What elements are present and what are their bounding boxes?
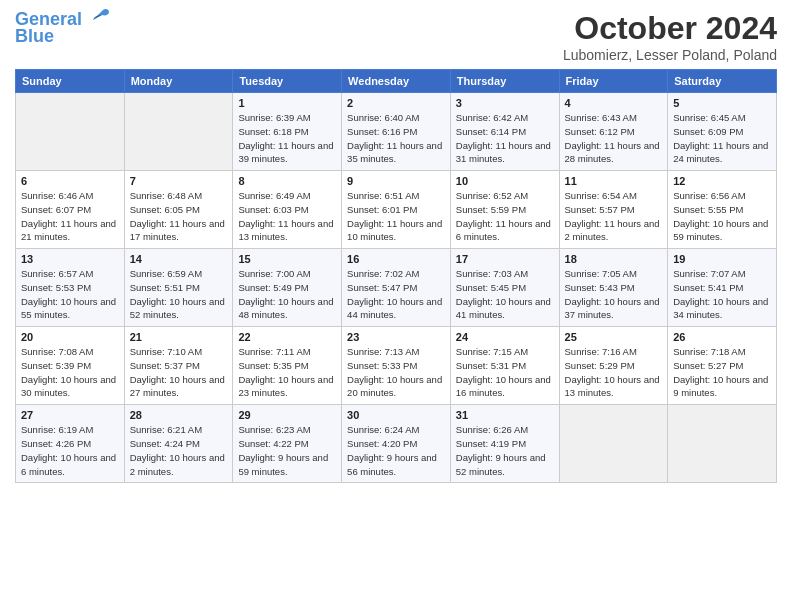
calendar-week-row: 13Sunrise: 6:57 AM Sunset: 5:53 PM Dayli… <box>16 249 777 327</box>
day-info: Sunrise: 7:07 AM Sunset: 5:41 PM Dayligh… <box>673 267 771 322</box>
day-info: Sunrise: 7:11 AM Sunset: 5:35 PM Dayligh… <box>238 345 336 400</box>
day-number: 7 <box>130 175 228 187</box>
weekday-header: Thursday <box>450 70 559 93</box>
header: General Blue October 2024 Lubomierz, Les… <box>15 10 777 63</box>
day-info: Sunrise: 7:18 AM Sunset: 5:27 PM Dayligh… <box>673 345 771 400</box>
calendar-cell: 14Sunrise: 6:59 AM Sunset: 5:51 PM Dayli… <box>124 249 233 327</box>
calendar-cell <box>668 405 777 483</box>
day-info: Sunrise: 6:51 AM Sunset: 6:01 PM Dayligh… <box>347 189 445 244</box>
weekday-header: Tuesday <box>233 70 342 93</box>
day-info: Sunrise: 6:57 AM Sunset: 5:53 PM Dayligh… <box>21 267 119 322</box>
day-number: 11 <box>565 175 663 187</box>
day-number: 4 <box>565 97 663 109</box>
page-container: General Blue October 2024 Lubomierz, Les… <box>0 0 792 493</box>
day-number: 14 <box>130 253 228 265</box>
calendar-cell <box>559 405 668 483</box>
calendar-cell: 9Sunrise: 6:51 AM Sunset: 6:01 PM Daylig… <box>342 171 451 249</box>
calendar-cell: 7Sunrise: 6:48 AM Sunset: 6:05 PM Daylig… <box>124 171 233 249</box>
day-number: 18 <box>565 253 663 265</box>
calendar-cell: 20Sunrise: 7:08 AM Sunset: 5:39 PM Dayli… <box>16 327 125 405</box>
day-number: 17 <box>456 253 554 265</box>
day-number: 21 <box>130 331 228 343</box>
calendar-cell: 11Sunrise: 6:54 AM Sunset: 5:57 PM Dayli… <box>559 171 668 249</box>
day-number: 15 <box>238 253 336 265</box>
weekday-header: Wednesday <box>342 70 451 93</box>
calendar-cell: 5Sunrise: 6:45 AM Sunset: 6:09 PM Daylig… <box>668 93 777 171</box>
calendar-week-row: 27Sunrise: 6:19 AM Sunset: 4:26 PM Dayli… <box>16 405 777 483</box>
calendar-cell: 26Sunrise: 7:18 AM Sunset: 5:27 PM Dayli… <box>668 327 777 405</box>
calendar-week-row: 20Sunrise: 7:08 AM Sunset: 5:39 PM Dayli… <box>16 327 777 405</box>
day-number: 5 <box>673 97 771 109</box>
day-number: 25 <box>565 331 663 343</box>
day-info: Sunrise: 7:10 AM Sunset: 5:37 PM Dayligh… <box>130 345 228 400</box>
header-row: SundayMondayTuesdayWednesdayThursdayFrid… <box>16 70 777 93</box>
calendar-cell: 29Sunrise: 6:23 AM Sunset: 4:22 PM Dayli… <box>233 405 342 483</box>
calendar-cell: 28Sunrise: 6:21 AM Sunset: 4:24 PM Dayli… <box>124 405 233 483</box>
day-info: Sunrise: 7:05 AM Sunset: 5:43 PM Dayligh… <box>565 267 663 322</box>
day-number: 22 <box>238 331 336 343</box>
calendar-cell: 31Sunrise: 6:26 AM Sunset: 4:19 PM Dayli… <box>450 405 559 483</box>
logo-blue-text: Blue <box>15 27 54 47</box>
day-number: 1 <box>238 97 336 109</box>
day-info: Sunrise: 6:19 AM Sunset: 4:26 PM Dayligh… <box>21 423 119 478</box>
day-info: Sunrise: 7:08 AM Sunset: 5:39 PM Dayligh… <box>21 345 119 400</box>
day-info: Sunrise: 6:42 AM Sunset: 6:14 PM Dayligh… <box>456 111 554 166</box>
calendar-cell: 22Sunrise: 7:11 AM Sunset: 5:35 PM Dayli… <box>233 327 342 405</box>
calendar-cell: 4Sunrise: 6:43 AM Sunset: 6:12 PM Daylig… <box>559 93 668 171</box>
calendar-cell: 19Sunrise: 7:07 AM Sunset: 5:41 PM Dayli… <box>668 249 777 327</box>
day-info: Sunrise: 6:45 AM Sunset: 6:09 PM Dayligh… <box>673 111 771 166</box>
calendar-cell: 21Sunrise: 7:10 AM Sunset: 5:37 PM Dayli… <box>124 327 233 405</box>
day-number: 13 <box>21 253 119 265</box>
calendar-week-row: 6Sunrise: 6:46 AM Sunset: 6:07 PM Daylig… <box>16 171 777 249</box>
calendar-cell: 25Sunrise: 7:16 AM Sunset: 5:29 PM Dayli… <box>559 327 668 405</box>
day-info: Sunrise: 7:03 AM Sunset: 5:45 PM Dayligh… <box>456 267 554 322</box>
day-info: Sunrise: 6:26 AM Sunset: 4:19 PM Dayligh… <box>456 423 554 478</box>
day-number: 6 <box>21 175 119 187</box>
day-info: Sunrise: 7:13 AM Sunset: 5:33 PM Dayligh… <box>347 345 445 400</box>
day-number: 2 <box>347 97 445 109</box>
day-number: 29 <box>238 409 336 421</box>
calendar-cell <box>16 93 125 171</box>
logo-bird-icon <box>85 8 111 30</box>
day-info: Sunrise: 7:15 AM Sunset: 5:31 PM Dayligh… <box>456 345 554 400</box>
calendar-cell: 12Sunrise: 6:56 AM Sunset: 5:55 PM Dayli… <box>668 171 777 249</box>
day-number: 3 <box>456 97 554 109</box>
day-number: 27 <box>21 409 119 421</box>
calendar-table: SundayMondayTuesdayWednesdayThursdayFrid… <box>15 69 777 483</box>
day-info: Sunrise: 6:23 AM Sunset: 4:22 PM Dayligh… <box>238 423 336 478</box>
day-info: Sunrise: 6:59 AM Sunset: 5:51 PM Dayligh… <box>130 267 228 322</box>
day-info: Sunrise: 6:56 AM Sunset: 5:55 PM Dayligh… <box>673 189 771 244</box>
day-number: 24 <box>456 331 554 343</box>
day-info: Sunrise: 6:54 AM Sunset: 5:57 PM Dayligh… <box>565 189 663 244</box>
day-number: 20 <box>21 331 119 343</box>
calendar-cell: 2Sunrise: 6:40 AM Sunset: 6:16 PM Daylig… <box>342 93 451 171</box>
day-number: 31 <box>456 409 554 421</box>
day-info: Sunrise: 6:46 AM Sunset: 6:07 PM Dayligh… <box>21 189 119 244</box>
day-info: Sunrise: 6:49 AM Sunset: 6:03 PM Dayligh… <box>238 189 336 244</box>
weekday-header: Monday <box>124 70 233 93</box>
calendar-cell: 17Sunrise: 7:03 AM Sunset: 5:45 PM Dayli… <box>450 249 559 327</box>
calendar-cell: 30Sunrise: 6:24 AM Sunset: 4:20 PM Dayli… <box>342 405 451 483</box>
calendar-cell: 16Sunrise: 7:02 AM Sunset: 5:47 PM Dayli… <box>342 249 451 327</box>
day-info: Sunrise: 7:00 AM Sunset: 5:49 PM Dayligh… <box>238 267 336 322</box>
day-number: 28 <box>130 409 228 421</box>
calendar-cell <box>124 93 233 171</box>
calendar-cell: 18Sunrise: 7:05 AM Sunset: 5:43 PM Dayli… <box>559 249 668 327</box>
weekday-header: Sunday <box>16 70 125 93</box>
calendar-cell: 10Sunrise: 6:52 AM Sunset: 5:59 PM Dayli… <box>450 171 559 249</box>
day-info: Sunrise: 6:21 AM Sunset: 4:24 PM Dayligh… <box>130 423 228 478</box>
day-info: Sunrise: 6:24 AM Sunset: 4:20 PM Dayligh… <box>347 423 445 478</box>
calendar-cell: 6Sunrise: 6:46 AM Sunset: 6:07 PM Daylig… <box>16 171 125 249</box>
day-number: 26 <box>673 331 771 343</box>
calendar-cell: 23Sunrise: 7:13 AM Sunset: 5:33 PM Dayli… <box>342 327 451 405</box>
day-number: 10 <box>456 175 554 187</box>
day-number: 30 <box>347 409 445 421</box>
calendar-cell: 3Sunrise: 6:42 AM Sunset: 6:14 PM Daylig… <box>450 93 559 171</box>
day-number: 23 <box>347 331 445 343</box>
day-number: 19 <box>673 253 771 265</box>
logo: General Blue <box>15 10 111 47</box>
month-title: October 2024 <box>563 10 777 47</box>
calendar-cell: 15Sunrise: 7:00 AM Sunset: 5:49 PM Dayli… <box>233 249 342 327</box>
day-number: 9 <box>347 175 445 187</box>
calendar-cell: 1Sunrise: 6:39 AM Sunset: 6:18 PM Daylig… <box>233 93 342 171</box>
